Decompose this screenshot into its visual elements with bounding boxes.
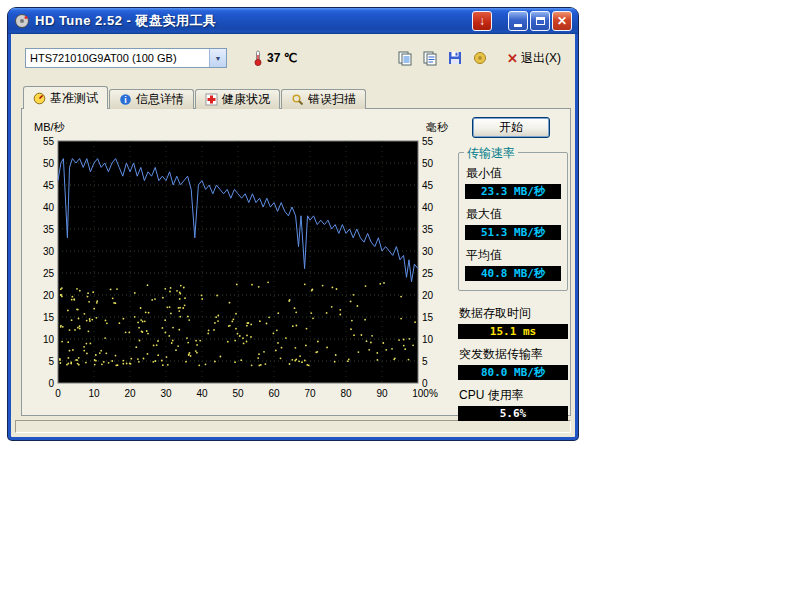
y-tick-label-right: 55 xyxy=(422,136,434,147)
y-tick-label: 20 xyxy=(43,290,55,301)
avg-value: 40.8 MB/秒 xyxy=(465,266,561,281)
y-tick-label-right: 35 xyxy=(422,224,434,235)
save-icon xyxy=(447,50,463,66)
cpu-usage-value: 5.6% xyxy=(458,406,568,421)
exit-button[interactable]: ✕ 退出(X) xyxy=(507,50,561,67)
copy-text-icon xyxy=(422,50,438,66)
window-title: HD Tune 2.52 - 硬盘实用工具 xyxy=(35,12,216,30)
transfer-rate-group: 传输速率 最小值 23.3 MB/秒 最大值 51.3 MB/秒 平均值 40.… xyxy=(458,152,568,291)
cpu-usage-label: CPU 使用率 xyxy=(459,387,568,404)
x-tick-label: 70 xyxy=(304,388,316,399)
thermometer-icon xyxy=(253,50,263,66)
y-tick-label-right: 20 xyxy=(422,290,434,301)
info-icon: i xyxy=(119,93,132,106)
save-button[interactable] xyxy=(444,48,466,68)
x-tick-label: 80 xyxy=(340,388,352,399)
tab-label: 信息详情 xyxy=(136,91,184,108)
temperature-value: 37 ℃ xyxy=(267,51,297,65)
temperature-indicator: 37 ℃ xyxy=(253,50,297,66)
maximize-button[interactable] xyxy=(530,11,550,31)
benchmark-chart: MB/秒毫秒0055101015152020252530303535404045… xyxy=(30,119,450,409)
minimize-icon xyxy=(514,24,522,27)
y-tick-label-right: 30 xyxy=(422,246,434,257)
health-icon xyxy=(205,93,218,106)
x-tick-label: 100% xyxy=(412,388,438,399)
x-tick-label: 50 xyxy=(232,388,244,399)
right-axis-label: 毫秒 xyxy=(426,121,449,133)
drive-select-value: HTS721010G9AT00 (100 GB) xyxy=(26,52,209,64)
exit-x-icon: ✕ xyxy=(507,51,518,66)
benchmark-panel: MB/秒毫秒0055101015152020252530303535404045… xyxy=(21,108,571,416)
start-button[interactable]: 开始 xyxy=(472,117,550,138)
options-button[interactable] xyxy=(469,48,491,68)
tab-health[interactable]: 健康状况 xyxy=(195,89,280,109)
exit-label: 退出(X) xyxy=(521,50,561,67)
scan-icon xyxy=(291,93,304,106)
max-value: 51.3 MB/秒 xyxy=(465,225,561,240)
burst-rate-value: 80.0 MB/秒 xyxy=(458,365,568,380)
y-tick-label: 10 xyxy=(43,334,55,345)
y-tick-label-right: 25 xyxy=(422,268,434,279)
y-tick-label: 35 xyxy=(43,224,55,235)
y-tick-label-right: 50 xyxy=(422,158,434,169)
close-button[interactable]: ✕ xyxy=(552,11,572,31)
y-tick-label: 55 xyxy=(43,136,55,147)
hdtune-window: HD Tune 2.52 - 硬盘实用工具 ↓ ✕ HTS721010G9AT0… xyxy=(8,8,578,440)
update-download-button[interactable]: ↓ xyxy=(472,11,492,31)
y-tick-label-right: 45 xyxy=(422,180,434,191)
y-tick-label-right: 10 xyxy=(422,334,434,345)
minimize-button[interactable] xyxy=(508,11,528,31)
window-controls: ↓ ✕ xyxy=(472,11,572,31)
maximize-icon xyxy=(536,17,545,25)
min-value: 23.3 MB/秒 xyxy=(465,184,561,199)
left-axis-label: MB/秒 xyxy=(34,121,66,133)
y-tick-label: 30 xyxy=(43,246,55,257)
tab-info[interactable]: i 信息详情 xyxy=(109,89,194,109)
tab-label: 错误扫描 xyxy=(308,91,356,108)
y-tick-label: 15 xyxy=(43,312,55,323)
titlebar[interactable]: HD Tune 2.52 - 硬盘实用工具 ↓ ✕ xyxy=(8,8,578,34)
results-panel: 开始 传输速率 最小值 23.3 MB/秒 最大值 51.3 MB/秒 平均值 … xyxy=(458,113,568,421)
y-tick-label: 50 xyxy=(43,158,55,169)
status-bar xyxy=(15,420,571,433)
y-tick-label: 45 xyxy=(43,180,55,191)
min-label: 最小值 xyxy=(466,165,561,182)
x-tick-label: 20 xyxy=(124,388,136,399)
dropdown-arrow-icon[interactable]: ▼ xyxy=(209,49,226,67)
options-icon xyxy=(472,50,488,66)
y-tick-label-right: 5 xyxy=(422,356,428,367)
x-tick-label: 60 xyxy=(268,388,280,399)
x-tick-label: 10 xyxy=(88,388,100,399)
tab-label: 基准测试 xyxy=(50,90,98,107)
copy-image-icon xyxy=(397,50,413,66)
max-label: 最大值 xyxy=(466,206,561,223)
copy-text-button[interactable] xyxy=(419,48,441,68)
y-tick-label-right: 40 xyxy=(422,202,434,213)
tab-label: 健康状况 xyxy=(222,91,270,108)
y-tick-label: 25 xyxy=(43,268,55,279)
toolbar: HTS721010G9AT00 (100 GB) ▼ 37 ℃ ✕ xyxy=(11,34,575,82)
y-tick-label: 40 xyxy=(43,202,55,213)
avg-label: 平均值 xyxy=(466,247,561,264)
x-tick-label: 40 xyxy=(196,388,208,399)
tab-bar: 基准测试 i 信息详情 健康状况 错误扫描 xyxy=(23,86,367,109)
x-tick-label: 0 xyxy=(55,388,61,399)
group-title: 传输速率 xyxy=(464,145,518,162)
x-tick-label: 30 xyxy=(160,388,172,399)
tab-error-scan[interactable]: 错误扫描 xyxy=(281,89,366,109)
access-time-value: 15.1 ms xyxy=(458,324,568,339)
app-icon xyxy=(14,13,30,29)
x-tick-label: 90 xyxy=(376,388,388,399)
y-tick-label-right: 0 xyxy=(422,378,428,389)
tab-benchmark[interactable]: 基准测试 xyxy=(23,86,108,109)
y-tick-label: 0 xyxy=(48,378,54,389)
copy-image-button[interactable] xyxy=(394,48,416,68)
y-tick-label-right: 15 xyxy=(422,312,434,323)
y-tick-label: 5 xyxy=(48,356,54,367)
svg-text:i: i xyxy=(124,95,127,105)
drive-select[interactable]: HTS721010G9AT00 (100 GB) ▼ xyxy=(25,48,227,68)
access-time-label: 数据存取时间 xyxy=(459,305,568,322)
desktop-canvas: HD Tune 2.52 - 硬盘实用工具 ↓ ✕ HTS721010G9AT0… xyxy=(0,0,800,600)
benchmark-icon xyxy=(33,92,46,105)
burst-rate-label: 突发数据传输率 xyxy=(459,346,568,363)
